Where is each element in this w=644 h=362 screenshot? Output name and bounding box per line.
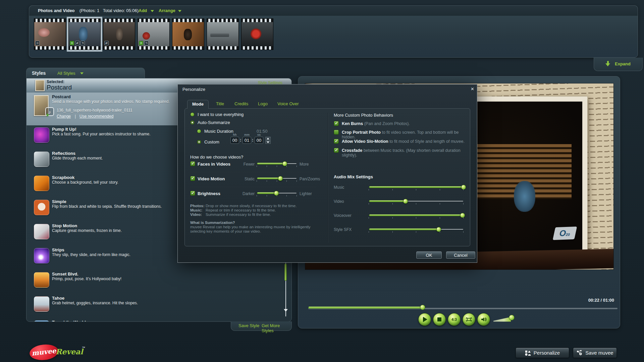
use-everything-radio[interactable]: [190, 112, 195, 117]
photo-behaviors-heading: More Custom Photo Behaviors: [334, 113, 393, 118]
minutes-field[interactable]: 01: [243, 137, 251, 144]
volume-handle[interactable]: [509, 315, 515, 320]
aspect-ratio-label: 4:3: [451, 317, 457, 321]
music-filename: 136_full_superhero-hollywood-trailer_011…: [57, 108, 132, 113]
brightness-label: Brightness: [198, 191, 220, 196]
change-music-link[interactable]: Change: [57, 114, 71, 119]
voiceover-mix-slider[interactable]: [369, 214, 464, 219]
faces-slider[interactable]: [257, 162, 297, 167]
media-badge: ⇄: [75, 41, 79, 45]
thumbnail-detail: [184, 29, 192, 40]
video-motion-checkbox[interactable]: [190, 176, 195, 181]
music-mix-slider[interactable]: [369, 186, 464, 190]
video-mix-label: Video: [334, 199, 344, 204]
auto-summarize-radio[interactable]: [190, 120, 195, 125]
slider-ticks: [369, 203, 464, 204]
music-play-icon[interactable]: [47, 113, 49, 117]
seconds-field[interactable]: 00: [255, 137, 263, 144]
style-item-tahoe[interactable]: Tahoe Grab helmet, goggles, insurance. H…: [26, 294, 291, 318]
slider-ticks: [369, 231, 464, 233]
use-recommended-link[interactable]: Use recommended: [79, 114, 113, 119]
film-sprockets: [103, 19, 135, 22]
volume-slider[interactable]: [493, 316, 511, 322]
slider-min-label: Fewer: [235, 162, 255, 167]
crossfade-checkbox[interactable]: [334, 148, 339, 153]
add-dropdown-arrow-icon[interactable]: [151, 10, 154, 12]
styles-filter-arrow-icon[interactable]: [80, 72, 84, 74]
film-sprockets: [207, 19, 238, 22]
style-sfx-mix-slider[interactable]: [369, 228, 464, 233]
play-button[interactable]: [418, 313, 431, 326]
slider-ticks: [257, 180, 297, 182]
stop-icon: [437, 317, 441, 321]
media-thumbnail-6[interactable]: [207, 18, 239, 50]
video-motion-slider[interactable]: [257, 177, 297, 182]
film-sprockets: [241, 19, 273, 22]
music-duration-radio[interactable]: [197, 129, 201, 133]
ken-burns-checkbox[interactable]: [334, 121, 339, 126]
ok-button[interactable]: OK: [416, 251, 442, 259]
expand-label: Expand: [615, 61, 631, 66]
help-music-label: Music:: [190, 208, 202, 212]
save-style-link[interactable]: Save Style: [238, 323, 259, 328]
custom-duration-radio[interactable]: [197, 140, 201, 144]
arrange-button[interactable]: Arrange: [159, 8, 175, 13]
seek-bar[interactable]: [308, 307, 618, 312]
watermark-number: 20: [565, 232, 570, 236]
all-styles-dropdown[interactable]: All Styles: [57, 71, 75, 76]
media-thumbnail-3[interactable]: ⇄: [103, 18, 135, 50]
stop-button[interactable]: [433, 313, 446, 326]
slider-min-label: Static: [235, 177, 255, 181]
thumbnail-detail: [116, 27, 123, 40]
expand-button[interactable]: Expand: [594, 58, 643, 71]
thumbnail-detail: [38, 28, 50, 37]
tab-voice-over[interactable]: Voice Over: [273, 100, 304, 109]
hours-field[interactable]: 00: [230, 137, 239, 144]
add-button[interactable]: Add: [139, 8, 147, 13]
tab-mode[interactable]: Mode: [187, 100, 209, 109]
close-icon[interactable]: ✕: [471, 86, 474, 92]
custom-label: Custom: [204, 139, 219, 144]
personalize-button[interactable]: Personalize: [516, 348, 569, 358]
voiceover-mix-label: Voiceover: [334, 213, 352, 218]
aspect-ratio-button[interactable]: 4:3: [448, 313, 461, 326]
brightness-checkbox[interactable]: [190, 191, 195, 196]
seek-handle[interactable]: [420, 305, 425, 310]
get-more-styles-link[interactable]: Get More Styles: [262, 323, 291, 333]
tab-credits[interactable]: Credits: [230, 100, 253, 109]
slo-motion-checkbox[interactable]: [334, 139, 339, 144]
media-thumbnail-2-selected[interactable]: + ⇄ Tt: [68, 18, 101, 50]
media-thumbnail-1[interactable]: ⊡: [34, 18, 66, 50]
arrange-dropdown-arrow-icon[interactable]: [178, 10, 181, 12]
ss-label: ss: [255, 133, 263, 136]
fullscreen-button[interactable]: [463, 313, 475, 326]
selected-heading: Selected:: [47, 79, 64, 84]
scroll-down-arrow-icon[interactable]: [284, 309, 288, 312]
tab-logo[interactable]: Logo: [253, 100, 272, 109]
share-icon: [576, 350, 583, 356]
style-icon: [34, 152, 49, 167]
save-muvee-button[interactable]: Save muvee: [573, 348, 617, 358]
styles-scrollbar-thumb[interactable]: [284, 263, 287, 281]
faces-in-videos-checkbox[interactable]: [190, 161, 195, 166]
crop-portrait-checkbox[interactable]: [334, 130, 339, 135]
time-spin-down-button[interactable]: [265, 140, 271, 144]
video-mix-slider[interactable]: [369, 200, 464, 204]
thumbnail-image: ⊡: [34, 22, 66, 46]
volume-button[interactable]: [477, 313, 490, 326]
media-thumbnail-4[interactable]: + Tt: [138, 18, 170, 50]
dialog-title: Personalize: [182, 87, 205, 92]
seek-progress-fill: [308, 306, 423, 309]
tab-title[interactable]: Title: [211, 100, 229, 109]
time-spin-up-button[interactable]: [265, 137, 271, 140]
style-item-sunset-blvd[interactable]: Sunset Blvd. Primp, pout, pose. It's Hol…: [26, 270, 291, 294]
media-thumbnail-5[interactable]: [172, 18, 204, 50]
cancel-button[interactable]: Cancel: [446, 251, 475, 259]
brightness-slider[interactable]: [257, 192, 297, 196]
auto-summarize-label: Auto-Summarize: [198, 120, 230, 125]
thumbnail-detail: [143, 32, 150, 40]
media-thumbnail-7[interactable]: [241, 18, 273, 50]
figure-silhouette: [514, 181, 535, 212]
slider-max-label: Pan/Zooms: [300, 177, 320, 181]
photos-video-header: Photos and Video (Photos: 1 Total video:…: [29, 6, 638, 16]
